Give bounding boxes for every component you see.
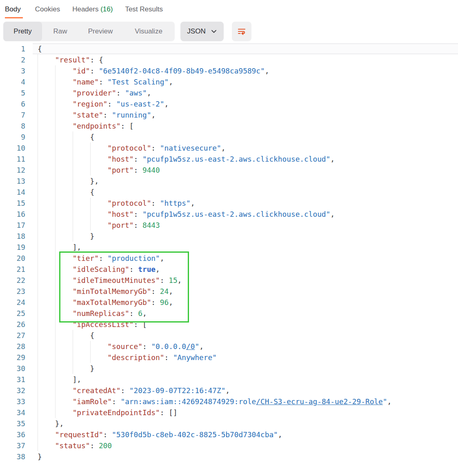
code-line: 25 "numReplicas": 6, xyxy=(0,308,458,319)
line-number: 8 xyxy=(0,120,25,131)
code-line: 29 "description": "Anywhere" xyxy=(0,352,458,363)
wrap-lines-icon xyxy=(237,27,247,36)
format-dropdown[interactable]: JSON xyxy=(180,22,224,41)
code-text: "port": 9440 xyxy=(38,165,160,176)
code-text: "minTotalMemoryGb": 24, xyxy=(38,286,173,297)
code-line: 13 }, xyxy=(0,176,458,187)
tab-headers[interactable]: Headers (16) xyxy=(72,3,113,16)
code-line: 28 "source": "0.0.0.0/0", xyxy=(0,341,458,352)
code-text: "requestId": "530f0d5b-c8eb-402c-8825-5b… xyxy=(38,429,282,440)
code-text: "host": "pcufp1w5sz.us-east-2.aws.clickh… xyxy=(38,153,335,165)
code-line: 7 "state": "running", xyxy=(0,109,458,120)
line-number: 35 xyxy=(0,418,25,429)
code-text: "name": "Test Scaling", xyxy=(38,76,173,87)
line-number: 5 xyxy=(0,87,25,98)
line-number: 21 xyxy=(0,264,25,275)
code-text: ], xyxy=(38,242,81,253)
code-line: 18 } xyxy=(0,231,458,242)
view-preview-button[interactable]: Preview xyxy=(78,22,122,41)
wrap-lines-button[interactable] xyxy=(232,22,251,41)
response-pane: Body Cookies Headers (16) Test Results P… xyxy=(0,0,458,476)
response-body-editor[interactable]: 1{2 "result": {3 "id": "6e5140f2-04c8-4f… xyxy=(0,43,458,462)
view-raw-button[interactable]: Raw xyxy=(42,22,78,41)
code-line: 12 "port": 9440 xyxy=(0,165,458,176)
code-text: } xyxy=(38,363,94,374)
tab-test-results[interactable]: Test Results xyxy=(125,3,163,16)
tab-body-label: Body xyxy=(5,5,21,13)
code-line: 32 "createdAt": "2023-09-07T22:16:47Z", xyxy=(0,385,458,396)
code-line: 5 "provider": "aws", xyxy=(0,87,458,98)
tab-test-results-label: Test Results xyxy=(125,5,163,13)
code-text: "port": 8443 xyxy=(38,220,160,231)
code-text: "idleScaling": true, xyxy=(38,264,160,275)
code-line: 9 { xyxy=(0,131,458,142)
code-text: "provider": "aws", xyxy=(38,87,151,98)
chevron-down-icon xyxy=(211,28,217,35)
code-line: 23 "minTotalMemoryGb": 24, xyxy=(0,286,458,297)
tab-cookies-label: Cookies xyxy=(35,5,60,13)
code-line: 16 "host": "pcufp1w5sz.us-east-2.aws.cli… xyxy=(0,209,458,220)
code-line: 14 { xyxy=(0,187,458,198)
code-line: 22 "idleTimeoutMinutes": 15, xyxy=(0,275,458,286)
code-line: 20 "tier": "production", xyxy=(0,253,458,264)
line-number: 22 xyxy=(0,275,25,286)
code-text: }, xyxy=(38,176,99,187)
line-number: 27 xyxy=(0,330,25,341)
code-text: ], xyxy=(38,374,81,385)
code-line: 1{ xyxy=(0,43,458,54)
code-text: } xyxy=(38,451,42,462)
code-text: "region": "us-east-2", xyxy=(38,98,169,109)
body-view-toolbar: Pretty Raw Preview Visualize JSON xyxy=(3,22,458,41)
code-text: "result": { xyxy=(38,54,103,65)
line-number: 26 xyxy=(0,319,25,330)
code-text: "protocol": "nativesecure", xyxy=(38,142,225,153)
line-number: 24 xyxy=(0,297,25,308)
line-number: 12 xyxy=(0,165,25,176)
code-line: 2 "result": { xyxy=(0,54,458,65)
line-number: 23 xyxy=(0,286,25,297)
line-number: 20 xyxy=(0,253,25,264)
code-text: "maxTotalMemoryGb": 96, xyxy=(38,297,173,308)
line-number: 11 xyxy=(0,153,25,165)
code-text: }, xyxy=(38,418,64,429)
code-line: 34 "privateEndpointIds": [] xyxy=(0,407,458,418)
code-text: { xyxy=(38,187,94,198)
tab-cookies[interactable]: Cookies xyxy=(35,3,60,16)
code-line: 38} xyxy=(0,451,458,462)
code-line: 30 } xyxy=(0,363,458,374)
tab-headers-label: Headers xyxy=(72,5,98,13)
code-text: "privateEndpointIds": [] xyxy=(38,407,178,418)
line-number: 30 xyxy=(0,363,25,374)
line-number: 3 xyxy=(0,65,25,76)
code-text: { xyxy=(38,43,42,54)
active-line-highlight xyxy=(33,43,458,54)
line-number: 6 xyxy=(0,98,25,109)
code-text: "idleTimeoutMinutes": 15, xyxy=(38,275,182,286)
code-line: 33 "iamRole": "arn:aws:iam::426924874929… xyxy=(0,396,458,407)
code-text: "status": 200 xyxy=(38,440,112,451)
line-number: 1 xyxy=(0,43,25,54)
code-text: "host": "pcufp1w5sz.us-east-2.aws.clickh… xyxy=(38,209,335,220)
format-dropdown-label: JSON xyxy=(187,27,205,36)
line-number: 2 xyxy=(0,54,25,65)
line-number: 7 xyxy=(0,109,25,120)
line-number: 15 xyxy=(0,198,25,209)
code-line: 19 ], xyxy=(0,242,458,253)
line-number: 10 xyxy=(0,142,25,153)
code-text: "iamRole": "arn:aws:iam::426924874929:ro… xyxy=(38,396,391,407)
tab-body[interactable]: Body xyxy=(5,3,23,18)
view-pretty-button[interactable]: Pretty xyxy=(3,22,42,41)
view-mode-group: Pretty Raw Preview Visualize xyxy=(3,22,175,41)
line-number: 16 xyxy=(0,209,25,220)
code-text: { xyxy=(38,330,94,341)
code-text: "createdAt": "2023-09-07T22:16:47Z", xyxy=(38,385,230,396)
code-line: 4 "name": "Test Scaling", xyxy=(0,76,458,87)
code-text: "source": "0.0.0.0/0", xyxy=(38,341,204,352)
line-number: 34 xyxy=(0,407,25,418)
view-visualize-button[interactable]: Visualize xyxy=(122,22,175,41)
code-text: "tier": "production", xyxy=(38,253,165,264)
code-line: 36 "requestId": "530f0d5b-c8eb-402c-8825… xyxy=(0,429,458,440)
code-line: 31 ], xyxy=(0,374,458,385)
code-text: "protocol": "https", xyxy=(38,198,195,209)
code-text: "numReplicas": 6, xyxy=(38,308,147,319)
